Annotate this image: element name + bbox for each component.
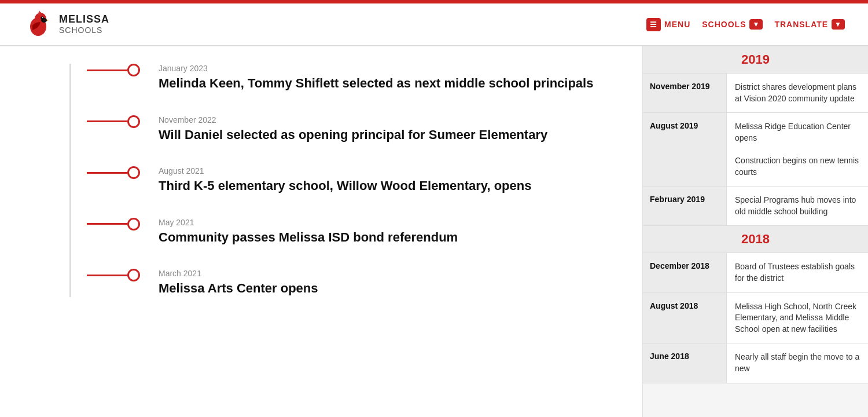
timeline-line	[87, 120, 127, 122]
svg-point-9	[42, 17, 43, 19]
header: MELISSA SCHOOLS ☰ MENU SCHOOLS ▼ TRANSLA…	[0, 3, 868, 46]
entry-month: November 2019	[643, 74, 727, 112]
year-entry[interactable]: June 2018Nearly all staff begin the move…	[643, 343, 868, 383]
timeline-item[interactable]: November 2022 Will Daniel selected as op…	[87, 115, 619, 144]
timeline-content: January 2023 Melinda Keen, Tommy Shiflet…	[159, 64, 619, 92]
entry-text: Board of Trustees establish goals for th…	[727, 253, 868, 292]
timeline-item[interactable]: March 2021 Melissa Arts Center opens	[87, 269, 619, 297]
entry-text: Melissa Ridge Education Center opensCons…	[727, 113, 868, 186]
timeline-circle	[127, 64, 140, 76]
year-section: 2019November 2019District shares develop…	[643, 46, 868, 226]
timeline-title: Will Daniel selected as opening principa…	[159, 127, 619, 144]
timeline-vertical-line	[69, 64, 71, 297]
entry-month: August 2019	[643, 113, 727, 186]
entry-text: Special Programs hub moves into old midd…	[727, 186, 868, 225]
logo[interactable]: MELISSA SCHOOLS	[23, 9, 109, 39]
timeline-circle	[127, 166, 140, 179]
timeline-title: Melissa Arts Center opens	[159, 280, 619, 297]
timeline-circle	[127, 218, 140, 231]
entry-text: District shares development plans at Vis…	[727, 74, 868, 112]
timeline-marker	[87, 269, 145, 281]
year-entry[interactable]: August 2019Melissa Ridge Education Cente…	[643, 113, 868, 186]
entry-month: February 2019	[643, 186, 727, 225]
entry-text: Nearly all staff begin the move to a new	[727, 343, 868, 382]
timeline-date: August 2021	[159, 166, 619, 175]
timeline-line	[87, 172, 127, 174]
timeline-title: Melinda Keen, Tommy Shiflett selected as…	[159, 75, 619, 92]
timeline-title: Community passes Melissa ISD bond refere…	[159, 229, 619, 246]
entry-month: December 2018	[643, 253, 727, 292]
timeline-line	[87, 223, 127, 225]
entry-month: June 2018	[643, 343, 727, 382]
year-entries: December 2018Board of Trustees establish…	[643, 253, 868, 383]
timeline-item[interactable]: August 2021 Third K-5 elementary school,…	[87, 166, 619, 195]
year-header: 2018	[643, 226, 868, 253]
logo-icon	[23, 9, 53, 39]
timeline-line	[87, 70, 127, 71]
timeline-circle	[127, 115, 140, 128]
timeline-line	[87, 275, 127, 276]
year-entry[interactable]: August 2018Melissa High School, North Cr…	[643, 293, 868, 344]
schools-button[interactable]: SCHOOLS ▼	[702, 19, 763, 30]
year-section: 2018December 2018Board of Trustees estab…	[643, 226, 868, 383]
entry-month: August 2018	[643, 293, 727, 343]
timeline-wrapper: January 2023 Melinda Keen, Tommy Shiflet…	[69, 64, 619, 297]
timeline-item[interactable]: May 2021 Community passes Melissa ISD bo…	[87, 218, 619, 246]
timeline-marker	[87, 166, 145, 179]
year-entry[interactable]: December 2018Board of Trustees establish…	[643, 253, 868, 292]
timeline-date: January 2023	[159, 64, 619, 73]
main-content: January 2023 Melinda Keen, Tommy Shiflet…	[0, 46, 868, 417]
timeline-date: March 2021	[159, 269, 619, 278]
schools-dropdown-icon: ▼	[749, 19, 763, 30]
timeline-marker	[87, 218, 145, 231]
logo-text: MELISSA SCHOOLS	[59, 13, 109, 35]
year-entry[interactable]: November 2019District shares development…	[643, 74, 868, 113]
timeline-content: May 2021 Community passes Melissa ISD bo…	[159, 218, 619, 246]
timeline-circle	[127, 269, 140, 281]
entry-text: Melissa High School, North Creek Element…	[727, 293, 868, 343]
right-sidebar: 2019November 2019District shares develop…	[642, 46, 868, 417]
schools-label: SCHOOLS	[702, 20, 746, 29]
timeline-content: March 2021 Melissa Arts Center opens	[159, 269, 619, 297]
sidebar-container: 2019November 2019District shares develop…	[643, 46, 868, 383]
translate-dropdown-icon: ▼	[832, 19, 845, 30]
timeline-marker	[87, 64, 145, 76]
menu-icon: ☰	[646, 18, 661, 31]
year-entries: November 2019District shares development…	[643, 74, 868, 226]
timeline-content: November 2022 Will Daniel selected as op…	[159, 115, 619, 144]
timeline-date: May 2021	[159, 218, 619, 227]
translate-label: TRANSLATE	[774, 20, 828, 29]
year-header: 2019	[643, 46, 868, 74]
timeline-item[interactable]: January 2023 Melinda Keen, Tommy Shiflet…	[87, 64, 619, 92]
timeline-date: November 2022	[159, 115, 619, 125]
timeline-container: January 2023 Melinda Keen, Tommy Shiflet…	[87, 64, 619, 297]
year-entry[interactable]: February 2019Special Programs hub moves …	[643, 186, 868, 226]
menu-button[interactable]: ☰ MENU	[646, 18, 690, 31]
timeline-area: January 2023 Melinda Keen, Tommy Shiflet…	[0, 46, 642, 417]
timeline-marker	[87, 115, 145, 128]
timeline-content: August 2021 Third K-5 elementary school,…	[159, 166, 619, 195]
menu-label: MENU	[664, 20, 690, 29]
timeline-title: Third K-5 elementary school, Willow Wood…	[159, 178, 619, 195]
main-nav: ☰ MENU SCHOOLS ▼ TRANSLATE ▼	[646, 18, 845, 31]
translate-button[interactable]: TRANSLATE ▼	[774, 19, 845, 30]
